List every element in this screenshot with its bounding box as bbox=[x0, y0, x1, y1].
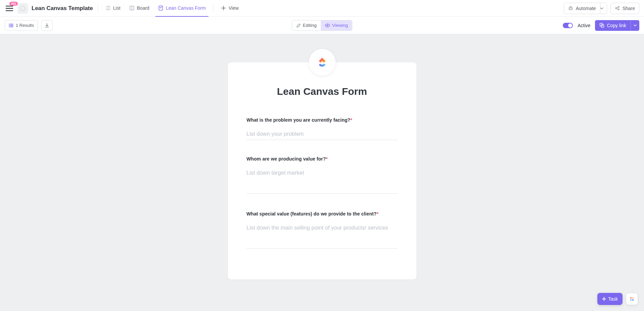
form-logo bbox=[309, 49, 336, 76]
svg-point-9 bbox=[327, 25, 328, 26]
svg-point-15 bbox=[632, 299, 634, 301]
svg-point-8 bbox=[618, 9, 619, 10]
tab-lean-canvas-form[interactable]: Lean Canvas Form bbox=[155, 0, 208, 17]
apps-button[interactable] bbox=[626, 293, 638, 305]
field-label: Whom are we producing value for?* bbox=[247, 156, 398, 162]
form-card: Lean Canvas Form What is the problem you… bbox=[228, 62, 416, 279]
svg-point-14 bbox=[630, 299, 632, 301]
tab-board[interactable]: Board bbox=[127, 0, 152, 17]
share-label: Share bbox=[623, 6, 635, 11]
divider bbox=[98, 5, 98, 12]
automate-label: Automate bbox=[576, 6, 596, 11]
top-bar: 201 Lean Canvas Template List Board Lean… bbox=[0, 0, 644, 17]
field-input-problem[interactable] bbox=[247, 128, 398, 140]
download-button[interactable] bbox=[41, 20, 53, 31]
results-label: 1 Results bbox=[16, 23, 34, 28]
svg-point-0 bbox=[20, 6, 25, 11]
field-input-value[interactable] bbox=[247, 222, 398, 249]
svg-point-5 bbox=[571, 8, 572, 9]
svg-point-12 bbox=[630, 297, 632, 299]
editing-label: Editing bbox=[303, 23, 316, 28]
active-toggle[interactable] bbox=[563, 23, 573, 28]
new-task-button[interactable]: Task bbox=[597, 293, 623, 305]
field-input-target-market[interactable] bbox=[247, 167, 398, 194]
svg-point-13 bbox=[632, 297, 634, 299]
viewing-mode-button[interactable]: Viewing bbox=[321, 20, 352, 30]
edit-view-toggle: Editing Viewing bbox=[292, 20, 352, 31]
viewing-label: Viewing bbox=[332, 23, 348, 28]
form-field: Whom are we producing value for?* bbox=[247, 156, 398, 195]
share-button[interactable]: Share bbox=[610, 3, 639, 14]
task-label: Task bbox=[608, 296, 618, 302]
tab-label: List bbox=[113, 5, 120, 11]
copy-link-button[interactable]: Copy link bbox=[595, 20, 631, 31]
svg-point-4 bbox=[569, 8, 570, 9]
add-view-label: View bbox=[229, 5, 239, 11]
automate-dropdown[interactable] bbox=[597, 3, 607, 14]
tab-label: Lean Canvas Form bbox=[166, 5, 206, 11]
svg-rect-3 bbox=[569, 7, 572, 10]
field-label: What special value (features) do we prov… bbox=[247, 211, 398, 216]
add-view-button[interactable]: View bbox=[218, 0, 241, 17]
form-canvas: Lean Canvas Form What is the problem you… bbox=[0, 34, 644, 311]
notification-badge: 201 bbox=[9, 2, 18, 6]
svg-point-7 bbox=[618, 6, 619, 8]
results-pill[interactable]: 1 Results bbox=[5, 20, 38, 31]
svg-point-6 bbox=[615, 8, 617, 9]
automate-button[interactable]: Automate bbox=[564, 3, 600, 14]
divider bbox=[213, 5, 213, 12]
workspace-icon[interactable] bbox=[17, 3, 28, 14]
form-title: Lean Canvas Form bbox=[247, 86, 398, 97]
form-field: What special value (features) do we prov… bbox=[247, 211, 398, 250]
page-title: Lean Canvas Template bbox=[32, 5, 93, 12]
toolbar: 1 Results Editing Viewing Active Copy li… bbox=[0, 17, 644, 34]
form-field: What is the problem you are currently fa… bbox=[247, 117, 398, 140]
menu-button[interactable]: 201 bbox=[5, 4, 14, 13]
active-label: Active bbox=[578, 23, 590, 28]
tab-list[interactable]: List bbox=[103, 0, 123, 17]
copy-link-label: Copy link bbox=[607, 23, 626, 28]
copy-link-dropdown[interactable] bbox=[631, 20, 639, 31]
tab-label: Board bbox=[137, 5, 149, 11]
editing-mode-button[interactable]: Editing bbox=[292, 20, 320, 30]
field-label: What is the problem you are currently fa… bbox=[247, 117, 398, 123]
